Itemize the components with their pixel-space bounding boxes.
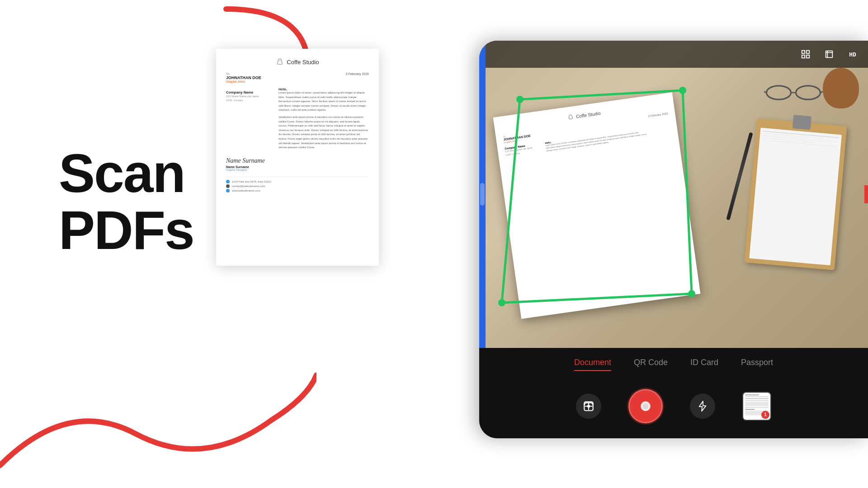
hero-line1: Scan [59, 145, 194, 202]
doc-recipient-title: Graphic Artist [226, 80, 261, 83]
footer-web-text: www.websitename.com [232, 189, 260, 192]
thumb-line-5 [745, 402, 769, 403]
web-dot [226, 189, 230, 192]
flash-button[interactable] [690, 394, 715, 419]
doc-body-para2: Vestibulum ante ipsum primis in faucibus… [278, 115, 369, 150]
doc-to-label: To [226, 72, 261, 75]
doc-footer-web: www.websitename.com [226, 189, 369, 192]
doc-company-name: Company Name [226, 90, 259, 94]
doc-date: 3 February 2020 [346, 72, 369, 83]
thumb-line-1 [745, 394, 759, 395]
footer-address-text: 1234 Park Ave 5678, East 51611 [232, 180, 272, 183]
doc-footer-email: contact@websitename.com [226, 184, 369, 188]
bottom-bar: Document QR Code ID Card Passport [479, 348, 868, 438]
footer-email-text: contact@websitename.com [232, 185, 265, 188]
doc-logo-icon [276, 58, 284, 66]
scan-logo-icon [567, 113, 574, 121]
doc-sig-name: Name Surname [226, 165, 369, 169]
phone-frame: Coffe Studio To JOHNATHAN DOE Graphic Ar… [479, 41, 868, 438]
shutter-button[interactable] [628, 389, 663, 423]
scan-company-block: Company Name 123 Street Name city name12… [505, 142, 542, 158]
hd-label: HD [849, 51, 856, 58]
svg-point-0 [766, 86, 791, 99]
doc-body-text-block: Hello, Lorem ipsum dolor sit amet, conse… [278, 88, 369, 153]
address-dot [226, 180, 230, 183]
scan-recipient: To JOHNATHAN DOE Graphic Artist [503, 131, 531, 144]
blue-bar-handle [480, 183, 485, 206]
scan-mode-tabs: Document QR Code ID Card Passport [479, 348, 868, 374]
scanned-document: Coffe Studio To JOHNATHAN DOE Graphic Ar… [493, 92, 701, 319]
svg-rect-10 [802, 51, 805, 53]
doc-company-block: Company Name 123 Street Name city name 1… [226, 88, 259, 153]
doc-body-para1: Lorem ipsum dolor sit amet, consectetur … [278, 91, 369, 113]
doc-greeting: Hello, [278, 88, 369, 91]
doc-brand-name: Coffe Studio [287, 59, 319, 66]
thumb-line-8 [745, 407, 769, 408]
coffee-cup-prop [823, 68, 859, 108]
camera-view: Coffe Studio To JOHNATHAN DOE Graphic Ar… [479, 41, 868, 348]
doc-sig-role: Graphic Designer [226, 169, 369, 171]
doc-body-section: Company Name 123 Street Name city name 1… [226, 88, 369, 153]
doc-signature-area: Name Surname Name Surname Graphic Design… [226, 157, 369, 171]
thumb-line-4 [745, 400, 769, 401]
clipboard-clip [793, 115, 811, 130]
scan-date: 3 February 2020 [648, 112, 669, 123]
clipboard-prop [744, 118, 847, 270]
tab-document[interactable]: Document [574, 356, 611, 369]
clipboard-paper [749, 128, 842, 266]
svg-rect-14 [826, 51, 833, 58]
svg-point-20 [642, 403, 648, 409]
doc-header: Coffe Studio [226, 58, 369, 66]
doc-address: 123 Street Name city name 1234, Country [226, 94, 259, 103]
doc-footer: 1234 Park Ave 5678, East 51611 contact@w… [226, 177, 369, 192]
decorative-curve-bottom [0, 307, 316, 488]
tab-id-card[interactable]: ID Card [690, 356, 718, 369]
scan-brand-name: Coffe Studio [576, 110, 601, 119]
crop-toolbar-icon[interactable] [823, 48, 835, 61]
svg-rect-11 [807, 51, 809, 53]
grid-toolbar-icon[interactable] [799, 48, 812, 61]
thumbnail-count-badge: 1 [761, 411, 769, 419]
doc-recipient-name: JOHNATHAN DOE [226, 75, 261, 80]
tab-passport[interactable]: Passport [741, 356, 773, 369]
camera-toolbar: HD [486, 41, 868, 68]
doc-recipient: To JOHNATHAN DOE Graphic Artist [226, 72, 261, 83]
glasses-prop [764, 81, 823, 104]
red-accent-edge [864, 185, 868, 203]
thumb-line-2 [745, 396, 769, 397]
tab-qr-code[interactable]: QR Code [634, 356, 668, 369]
document-preview: Coffe Studio To JOHNATHAN DOE Graphic Ar… [216, 49, 379, 266]
hd-toolbar-icon[interactable]: HD [846, 48, 859, 61]
svg-rect-12 [802, 55, 805, 58]
hero-text-block: Scan PDFs [59, 145, 194, 258]
thumb-line-7 [745, 405, 769, 406]
email-dot [226, 184, 230, 188]
doc-footer-address: 1234 Park Ave 5678, East 51611 [226, 180, 369, 183]
svg-point-18 [587, 404, 590, 408]
hero-line2: PDFs [59, 202, 194, 258]
blue-side-bar [479, 41, 486, 348]
camera-controls: 1 [479, 374, 868, 438]
svg-point-1 [796, 86, 820, 99]
thumb-line-3 [745, 398, 769, 399]
thumb-line-9 [745, 409, 755, 410]
add-photo-button[interactable] [576, 394, 601, 419]
doc-sig-script: Name Surname [226, 157, 369, 164]
doc-top-section: To JOHNATHAN DOE Graphic Artist 3 Februa… [226, 72, 369, 83]
thumbnail-preview-button[interactable]: 1 [742, 392, 771, 421]
thumb-line-6 [745, 404, 769, 404]
svg-rect-13 [807, 55, 809, 58]
